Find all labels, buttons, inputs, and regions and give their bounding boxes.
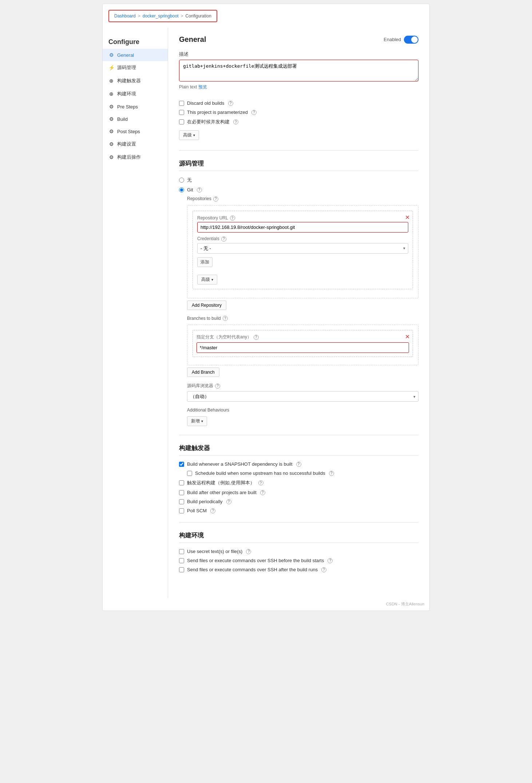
- poll-scm-help[interactable]: ?: [210, 508, 215, 513]
- enabled-toggle[interactable]: [404, 36, 418, 44]
- sidebar-item-env[interactable]: ⊕ 构建环境: [103, 87, 168, 100]
- sidebar-item-settings[interactable]: ⚙ 构建设置: [103, 138, 168, 151]
- trigger-icon: ⊕: [108, 78, 114, 84]
- repo-close-icon[interactable]: ✕: [405, 214, 410, 221]
- additional-behaviours-section: Additional Behaviours 新增 ▾: [187, 408, 418, 426]
- sidebar-item-general[interactable]: ⚙ General: [103, 49, 168, 61]
- branches-help[interactable]: ?: [223, 316, 228, 321]
- periodically-label: Build periodically: [187, 499, 223, 504]
- new-behaviour-button[interactable]: 新增 ▾: [187, 416, 207, 426]
- enabled-label: Enabled: [384, 37, 401, 42]
- env-icon: ⊕: [108, 91, 114, 97]
- git-radio[interactable]: [179, 187, 184, 192]
- upstream-row-indent: Schedule build when some upstream has no…: [187, 470, 418, 476]
- add-credentials-button[interactable]: 添加: [197, 257, 213, 267]
- repositories-section: Repositories ? ✕ Repository URL ?: [187, 196, 418, 426]
- branch-spec-label: 指定分支（为空时代表any） ?: [196, 334, 409, 340]
- send-files-after-label: Send files or execute commands over SSH …: [187, 567, 318, 572]
- repo-url-input[interactable]: [197, 222, 408, 232]
- branch-input[interactable]: [196, 342, 409, 353]
- build-trigger-section: 构建触发器 Build whenever a SNAPSHOT dependen…: [179, 444, 418, 513]
- sidebar-item-presteps[interactable]: ⚙ Pre Steps: [103, 100, 168, 113]
- secret-texts-help[interactable]: ?: [246, 549, 251, 554]
- repo-advanced-button[interactable]: 高级 ▾: [197, 275, 217, 285]
- send-files-before-checkbox[interactable]: [179, 558, 184, 563]
- sidebar-label-source: 源码管理: [117, 64, 136, 71]
- snapshot-label: Build whenever a SNAPSHOT dependency is …: [187, 461, 293, 467]
- none-radio[interactable]: [179, 178, 184, 183]
- breadcrumb-dashboard[interactable]: Dashboard: [114, 13, 136, 19]
- periodically-checkbox[interactable]: [179, 499, 184, 504]
- git-help[interactable]: ?: [197, 187, 202, 192]
- sidebar-item-postbuild[interactable]: ⚙ 构建后操作: [103, 151, 168, 164]
- branch-close-icon[interactable]: ✕: [405, 333, 410, 340]
- after-projects-help[interactable]: ?: [260, 490, 265, 495]
- remote-label: 触发远程构建（例如,使用脚本）: [187, 480, 255, 486]
- sidebar-item-source[interactable]: ⚡ 源码管理: [103, 61, 168, 74]
- add-repository-button[interactable]: Add Repository: [187, 301, 226, 310]
- upstream-help[interactable]: ?: [329, 471, 334, 476]
- parameterized-checkbox[interactable]: [179, 110, 184, 115]
- secret-texts-checkbox[interactable]: [179, 549, 184, 554]
- browser-select[interactable]: （自动）: [187, 391, 418, 402]
- send-files-after-checkbox[interactable]: [179, 567, 184, 572]
- git-radio-row: Git ?: [179, 187, 418, 192]
- section-header: General Enabled: [179, 35, 418, 44]
- upstream-row: Schedule build when some upstream has no…: [187, 470, 418, 476]
- credentials-help[interactable]: ?: [221, 237, 226, 242]
- new-btn-chevron-icon: ▾: [201, 419, 203, 423]
- poll-scm-row: Poll SCM ?: [179, 508, 418, 513]
- snapshot-checkbox[interactable]: [179, 462, 184, 467]
- secret-texts-label: Use secret text(s) or file(s): [187, 549, 242, 554]
- discard-builds-help[interactable]: ?: [228, 101, 233, 106]
- concurrent-help[interactable]: ?: [233, 119, 238, 124]
- page-title: General: [179, 35, 206, 44]
- concurrent-row: 在必要时候并发构建 ?: [179, 119, 418, 125]
- build-env-section: 构建环境 Use secret text(s) or file(s) ? Sen…: [179, 531, 418, 572]
- upstream-checkbox[interactable]: [187, 471, 192, 476]
- concurrent-label: 在必要时候并发构建: [187, 119, 230, 125]
- parameterized-help[interactable]: ?: [251, 110, 257, 115]
- remote-help[interactable]: ?: [258, 480, 263, 485]
- breadcrumb-config: Configuration: [185, 13, 211, 19]
- sidebar-item-poststeps[interactable]: ⚙ Post Steps: [103, 125, 168, 138]
- send-files-after-help[interactable]: ?: [321, 567, 326, 572]
- toggle-knob: [411, 36, 418, 43]
- advanced-button[interactable]: 高级 ▾: [179, 130, 199, 140]
- poll-scm-checkbox[interactable]: [179, 508, 184, 513]
- concurrent-checkbox[interactable]: [179, 119, 184, 124]
- env-title: 构建环境: [179, 531, 418, 543]
- send-files-before-label: Send files or execute commands over SSH …: [187, 558, 324, 563]
- credentials-select[interactable]: - 无 -: [197, 243, 408, 254]
- discard-builds-checkbox[interactable]: [179, 101, 184, 106]
- browser-help[interactable]: ?: [215, 383, 220, 389]
- discard-builds-label: Discard old builds: [187, 100, 225, 106]
- browser-section: 源码库浏览器 ? （自动） ▾: [187, 383, 418, 402]
- breadcrumb-project[interactable]: docker_springboot: [143, 13, 179, 19]
- branches-box: ✕ 指定分支（为空时代表any） ?: [187, 325, 418, 365]
- browser-select-wrap: （自动） ▾: [187, 391, 418, 402]
- description-textarea[interactable]: [179, 60, 418, 82]
- postbuild-icon: ⚙: [108, 154, 114, 160]
- secret-texts-row: Use secret text(s) or file(s) ?: [179, 549, 418, 554]
- branches-section: Branches to build ? ✕ 指定分支（为空时代表any） ?: [187, 316, 418, 377]
- remote-checkbox[interactable]: [179, 480, 184, 485]
- repo-url-help[interactable]: ?: [230, 215, 235, 220]
- branch-help[interactable]: ?: [254, 335, 259, 340]
- send-files-before-help[interactable]: ?: [327, 558, 333, 563]
- sidebar-label-poststeps: Post Steps: [117, 129, 140, 134]
- repo-url-label: Repository URL ?: [197, 215, 408, 221]
- sidebar-label-build: Build: [117, 116, 128, 122]
- trigger-title: 构建触发器: [179, 444, 418, 456]
- preview-link[interactable]: 预览: [198, 84, 207, 90]
- after-projects-checkbox[interactable]: [179, 490, 184, 495]
- plain-text-hint: Plain text 预览: [179, 84, 418, 90]
- repos-help[interactable]: ?: [213, 196, 218, 202]
- periodically-help[interactable]: ?: [226, 499, 231, 504]
- sidebar-item-build[interactable]: ⚙ Build: [103, 113, 168, 125]
- add-branch-button[interactable]: Add Branch: [187, 367, 219, 377]
- parameterized-row: This project is parameterized ?: [179, 110, 418, 115]
- description-section: 描述 Plain text 预览: [179, 51, 418, 90]
- sidebar-item-trigger[interactable]: ⊕ 构建触发器: [103, 74, 168, 87]
- snapshot-help[interactable]: ?: [296, 462, 301, 467]
